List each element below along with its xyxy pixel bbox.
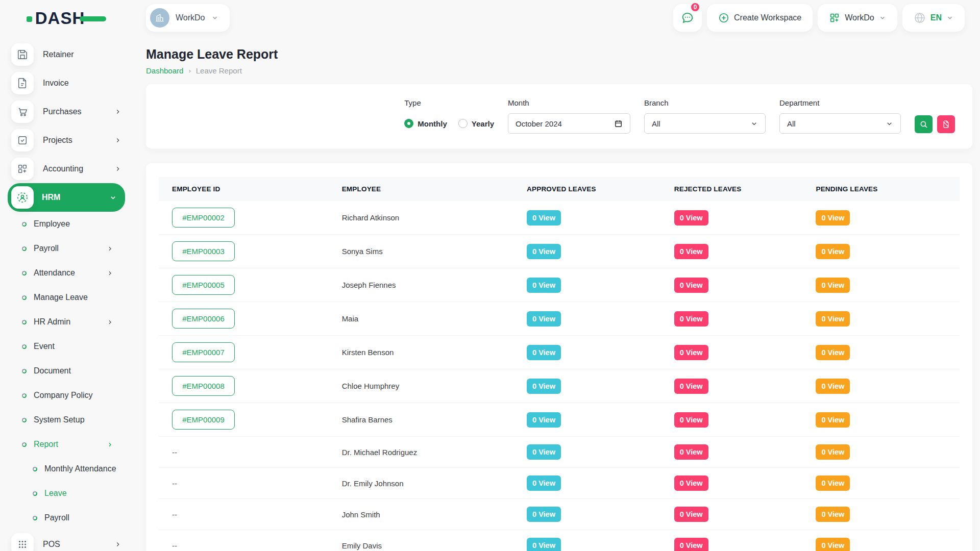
app-switcher-button[interactable]: WorkDo xyxy=(818,4,897,32)
sidebar-item-label: Retainer xyxy=(43,50,74,59)
sidebar-item-document[interactable]: Document xyxy=(0,359,133,383)
approved-view-badge[interactable]: 0 View xyxy=(527,538,561,551)
create-workspace-button[interactable]: Create Workspace xyxy=(707,4,813,32)
approved-view-badge[interactable]: 0 View xyxy=(527,475,561,491)
approved-view-badge[interactable]: 0 View xyxy=(527,345,561,360)
employee-id-button[interactable]: #EMP00005 xyxy=(172,275,235,295)
approved-view-badge[interactable]: 0 View xyxy=(527,311,561,327)
sidebar-item-event[interactable]: Event xyxy=(0,334,133,359)
chevron-down-icon xyxy=(211,14,218,21)
approved-view-badge[interactable]: 0 View xyxy=(527,444,561,460)
pending-view-badge[interactable]: 0 View xyxy=(816,345,850,360)
sidebar-item-label: Accounting xyxy=(43,164,83,173)
sidebar-item-employee[interactable]: Employee xyxy=(0,212,133,236)
rejected-view-badge[interactable]: 0 View xyxy=(674,538,708,551)
sidebar-item-system-setup[interactable]: System Setup xyxy=(0,408,133,432)
column-header-pending: Pending Leaves xyxy=(802,177,960,201)
bullet-icon xyxy=(22,295,27,300)
pending-view-badge[interactable]: 0 View xyxy=(816,244,850,259)
branch-select[interactable]: All xyxy=(644,113,766,134)
employee-id-button[interactable]: #EMP00009 xyxy=(172,410,235,430)
radio-yearly[interactable]: Yearly xyxy=(458,119,494,128)
sidebar-item-company-policy[interactable]: Company Policy xyxy=(0,383,133,408)
employee-id-button[interactable]: #EMP00007 xyxy=(172,342,235,362)
employee-name: Kirsten Benson xyxy=(329,336,513,369)
approved-view-badge[interactable]: 0 View xyxy=(527,379,561,394)
sidebar-item-purchases[interactable]: Purchases xyxy=(0,97,133,126)
approved-view-badge[interactable]: 0 View xyxy=(527,210,561,226)
employee-id-button[interactable]: #EMP00008 xyxy=(172,376,235,396)
pending-view-badge[interactable]: 0 View xyxy=(816,444,850,460)
messages-count-badge: 0 xyxy=(690,2,701,13)
sidebar-item-report[interactable]: Report xyxy=(0,432,133,457)
bullet-icon xyxy=(22,442,27,447)
employee-id-button[interactable]: #EMP00003 xyxy=(172,241,235,261)
main-content: Manage Leave Report Dashboard › Leave Re… xyxy=(133,36,980,551)
sidebar-item-leave-report[interactable]: Leave xyxy=(0,481,133,506)
employee-id-button: -- xyxy=(172,479,177,488)
sidebar-item-accounting[interactable]: Accounting xyxy=(0,155,133,183)
rejected-view-badge[interactable]: 0 View xyxy=(674,311,708,327)
employee-id-button[interactable]: #EMP00006 xyxy=(172,309,235,329)
column-header-rejected: Rejected Leaves xyxy=(661,177,803,201)
rejected-view-badge[interactable]: 0 View xyxy=(674,210,708,226)
rejected-view-badge[interactable]: 0 View xyxy=(674,475,708,491)
sidebar-item-hrm[interactable]: HRM xyxy=(8,183,125,212)
pending-view-badge[interactable]: 0 View xyxy=(816,507,850,522)
sidebar-item-payroll-report[interactable]: Payroll xyxy=(0,506,133,530)
rejected-view-badge[interactable]: 0 View xyxy=(674,412,708,428)
rejected-view-badge[interactable]: 0 View xyxy=(674,345,708,360)
month-value: October 2024 xyxy=(516,119,562,128)
sidebar-item-projects[interactable]: Projects xyxy=(0,126,133,155)
bullet-icon xyxy=(22,246,27,251)
pending-view-badge[interactable]: 0 View xyxy=(816,538,850,551)
workspace-avatar xyxy=(150,8,169,28)
sidebar-item-attendance[interactable]: Attendance xyxy=(0,261,133,285)
chevron-right-icon xyxy=(114,108,121,115)
approved-view-badge[interactable]: 0 View xyxy=(527,412,561,428)
employee-name: Maia xyxy=(329,302,513,336)
bullet-icon xyxy=(22,320,27,324)
rejected-view-badge[interactable]: 0 View xyxy=(674,379,708,394)
pending-view-badge[interactable]: 0 View xyxy=(816,379,850,394)
sidebar-item-manage-leave[interactable]: Manage Leave xyxy=(0,285,133,310)
pending-view-badge[interactable]: 0 View xyxy=(816,475,850,491)
pending-view-badge[interactable]: 0 View xyxy=(816,278,850,293)
month-input[interactable]: October 2024 xyxy=(508,113,630,134)
breadcrumb-dashboard-link[interactable]: Dashboard xyxy=(146,66,183,75)
rejected-view-badge[interactable]: 0 View xyxy=(674,507,708,522)
sidebar-item-invoice[interactable]: Invoice xyxy=(0,69,133,97)
pending-view-badge[interactable]: 0 View xyxy=(816,412,850,428)
approved-view-badge[interactable]: 0 View xyxy=(527,278,561,293)
reset-button[interactable] xyxy=(937,115,955,133)
language-selector[interactable]: EN xyxy=(902,4,965,32)
breadcrumb-separator-icon: › xyxy=(188,67,190,74)
circle-plus-icon xyxy=(718,12,729,23)
approved-view-badge[interactable]: 0 View xyxy=(527,507,561,522)
employee-name: Chloe Humphrey xyxy=(329,369,513,403)
table-row: #EMP00005 Joseph Fiennes 0 View 0 View 0… xyxy=(159,268,960,302)
brand-logo[interactable]: DASH xyxy=(0,10,133,27)
rejected-view-badge[interactable]: 0 View xyxy=(674,278,708,293)
department-select[interactable]: All xyxy=(779,113,901,134)
rejected-view-badge[interactable]: 0 View xyxy=(674,244,708,259)
sidebar-item-label: Purchases xyxy=(43,107,82,116)
sidebar-item-payroll[interactable]: Payroll xyxy=(0,236,133,261)
approved-view-badge[interactable]: 0 View xyxy=(527,244,561,259)
workspace-selector[interactable]: WorkDo xyxy=(146,4,230,32)
pending-view-badge[interactable]: 0 View xyxy=(816,210,850,226)
building-icon xyxy=(155,13,165,23)
pending-view-badge[interactable]: 0 View xyxy=(816,311,850,327)
employee-id-button[interactable]: #EMP00002 xyxy=(172,208,235,228)
month-filter: Month October 2024 xyxy=(508,98,630,134)
sidebar-item-pos[interactable]: POS xyxy=(0,530,133,551)
rejected-view-badge[interactable]: 0 View xyxy=(674,444,708,460)
radio-monthly[interactable]: Monthly xyxy=(404,119,447,128)
sidebar-item-retainer[interactable]: Retainer xyxy=(0,40,133,69)
search-icon xyxy=(919,120,928,129)
column-header-employee-id: Employee Id xyxy=(159,177,329,201)
messages-button[interactable]: 0 xyxy=(673,4,702,32)
sidebar-item-hr-admin[interactable]: HR Admin xyxy=(0,310,133,334)
sidebar-item-monthly-attendance[interactable]: Monthly Attendance xyxy=(0,457,133,481)
search-button[interactable] xyxy=(915,115,933,133)
